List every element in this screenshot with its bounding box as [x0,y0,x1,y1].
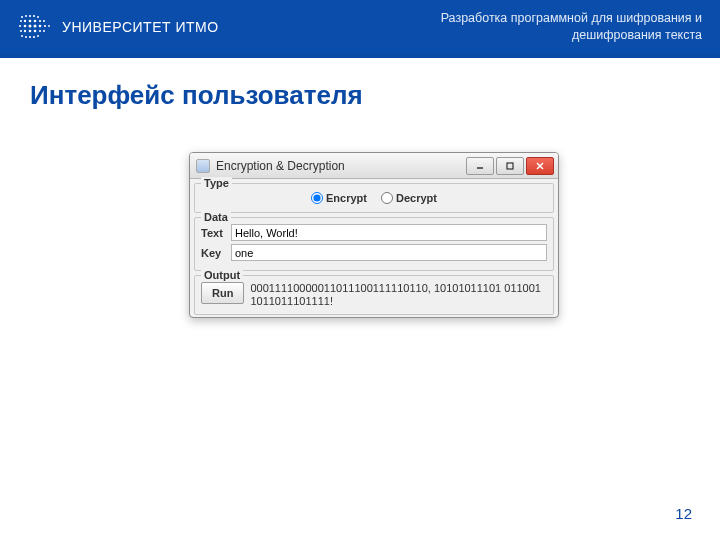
java-icon [196,159,210,173]
window-titlebar: Encryption & Decryption [190,153,558,179]
maximize-button[interactable] [496,157,524,175]
svg-point-1 [25,15,27,17]
university-logo: УНИВЕРСИТЕТ ИТМО [18,13,219,41]
svg-point-24 [21,35,23,37]
svg-point-13 [29,25,32,28]
window-title: Encryption & Decryption [216,159,345,173]
svg-point-25 [25,36,27,38]
svg-point-8 [34,20,37,23]
group-output: Output Run 00011110000011011100111110110… [194,275,554,315]
svg-point-28 [37,35,39,37]
run-button[interactable]: Run [201,282,244,304]
svg-point-23 [43,30,45,32]
svg-point-12 [24,25,27,28]
close-button[interactable] [526,157,554,175]
svg-point-4 [37,16,39,18]
group-output-label: Output [201,269,243,281]
svg-point-27 [33,36,35,38]
slide-header: УНИВЕРСИТЕТ ИТМО Разработка программной … [0,0,720,54]
group-data-label: Data [201,211,231,223]
project-title: Разработка программной для шифрования и … [441,10,702,44]
svg-point-20 [29,30,32,33]
text-input[interactable] [231,224,547,241]
svg-point-15 [39,25,42,28]
page-number: 12 [675,505,692,522]
group-type-label: Type [201,177,232,189]
group-type: Type Encrypt Decrypt [194,183,554,213]
svg-point-22 [39,30,41,32]
svg-point-5 [20,20,22,22]
radio-encrypt-input[interactable] [311,192,323,204]
key-input[interactable] [231,244,547,261]
app-window: Encryption & Decryption Type Encrypt [189,152,559,318]
radio-decrypt[interactable]: Decrypt [381,192,437,204]
svg-point-18 [20,30,22,32]
svg-point-14 [34,25,37,28]
svg-point-10 [43,20,45,22]
key-label: Key [201,247,231,259]
slide-title: Интерфейс пользователя [0,58,720,111]
svg-point-19 [24,30,26,32]
svg-point-11 [19,25,21,27]
radio-encrypt[interactable]: Encrypt [311,192,367,204]
svg-point-0 [21,16,23,18]
svg-point-6 [24,20,26,22]
svg-rect-30 [507,163,513,169]
svg-point-21 [34,30,37,33]
itmo-dots-icon [18,13,52,41]
svg-point-7 [29,20,32,23]
svg-point-17 [48,25,50,27]
output-text: 00011110000011011100111110110, 101010111… [250,282,547,308]
svg-point-9 [39,20,41,22]
group-data: Data Text Key [194,217,554,271]
svg-point-3 [33,15,35,17]
text-label: Text [201,227,231,239]
svg-point-26 [29,36,31,38]
university-name: УНИВЕРСИТЕТ ИТМО [62,19,219,35]
svg-point-2 [29,15,31,17]
minimize-button[interactable] [466,157,494,175]
svg-point-16 [44,25,46,27]
radio-decrypt-input[interactable] [381,192,393,204]
